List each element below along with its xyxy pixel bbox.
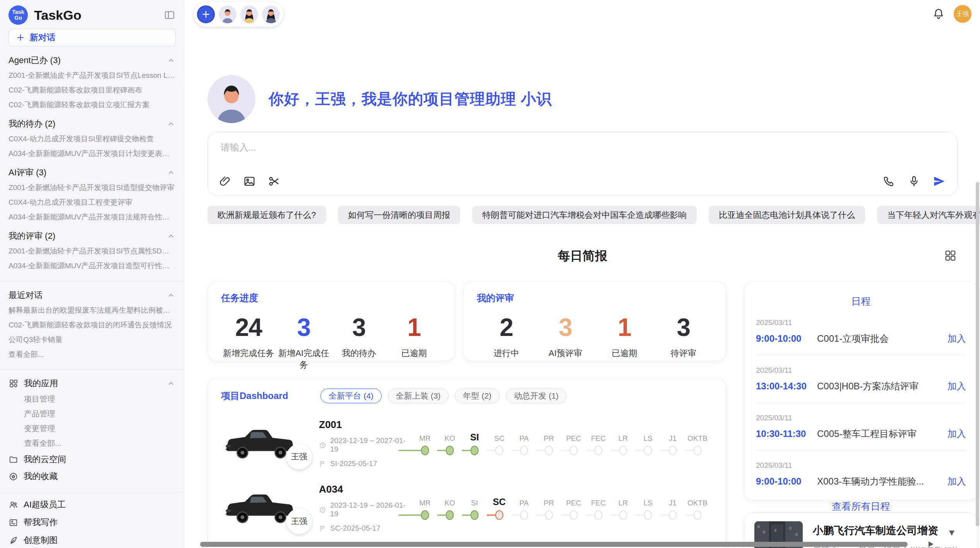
sidebar-task-item[interactable]: A034-全新新能源MUV产品开发项目法规符合性评审: [9, 212, 175, 222]
suggestion-chip[interactable]: 比亚迪全固态电池计划具体说了什么: [709, 206, 865, 224]
vertical-scrollbar-thumb[interactable]: [976, 182, 979, 526]
project-owner-badge[interactable]: 王强: [286, 509, 312, 534]
milestone-stop[interactable]: SC: [487, 493, 512, 523]
milestone-stop[interactable]: OKTB: [685, 429, 710, 458]
schedule-join-link[interactable]: 加入: [947, 332, 966, 345]
project-flag-text: SC-2025-05-17: [330, 524, 380, 533]
suggestion-chip[interactable]: 特朗普可能对进口汽车增税会对中国车企造成哪些影响: [472, 206, 697, 224]
milestone-stop[interactable]: KO: [437, 493, 462, 523]
milestone-stop[interactable]: SI: [462, 429, 487, 458]
app-item[interactable]: 产品管理: [24, 409, 175, 419]
sidebar-task-item[interactable]: Z001-全新燃油皮卡产品开发项目SI节点Lesson Learn报告: [9, 70, 175, 80]
project-code[interactable]: Z001: [319, 419, 412, 431]
sidebar-tool-item[interactable]: 帮我写作: [9, 517, 175, 528]
schedule-join-link[interactable]: 加入: [947, 380, 966, 392]
milestone-stop[interactable]: OKTB: [685, 493, 710, 523]
sidebar-task-item[interactable]: Z001-全新燃油轻卡产品开发项目SI造型提交物评审: [9, 183, 175, 193]
sidebar-section-header[interactable]: Agent已办 (3): [9, 55, 175, 66]
apps-view-all-link[interactable]: 查看全部...: [24, 438, 175, 448]
sidebar-section-header[interactable]: AI评审 (3): [9, 167, 175, 178]
milestone-stop[interactable]: PA: [512, 493, 536, 523]
chat-input[interactable]: [221, 141, 944, 168]
schedule-date: 2025/03/11: [756, 461, 966, 470]
dashboard-filter-pill[interactable]: 年型 (2): [455, 389, 500, 403]
recent-conversation-item[interactable]: 公司Q3轻卡销量: [9, 335, 175, 345]
milestone-stop[interactable]: PR: [536, 493, 561, 523]
sidebar-task-item[interactable]: C0X4-动力总成开发项目SI里程碑提交物检查: [9, 134, 175, 144]
suggestion-chip[interactable]: 当下年轻人对汽车外观有怎样的喜好趋势: [877, 206, 980, 224]
view-all-schedule-link[interactable]: 查看所有日程: [756, 500, 966, 513]
project-owner-badge[interactable]: 王强: [286, 444, 312, 469]
suggestion-chip[interactable]: 欧洲新规最近颁布了什么?: [207, 206, 326, 224]
app-item[interactable]: 项目管理: [24, 394, 175, 404]
chevron-up-icon[interactable]: [167, 291, 175, 300]
layout-grid-icon[interactable]: [944, 249, 957, 262]
milestone-stop[interactable]: MR: [413, 429, 437, 458]
sidebar-task-item[interactable]: C02-飞腾新能源轻客改款项目立项汇报方案: [9, 100, 175, 110]
sidebar-task-item[interactable]: A034-全新新能源MUV产品开发项目造型可行性评审: [9, 261, 175, 271]
schedule-list: 2025/03/119:00-10:00C001-立项审批会加入2025/03/…: [756, 319, 966, 488]
task-progress-title: 任务进度: [221, 292, 442, 304]
sidebar-item-my-apps[interactable]: 我的应用: [9, 378, 175, 389]
image-upload-icon[interactable]: [243, 175, 256, 188]
project-code[interactable]: A034: [319, 483, 412, 495]
sidebar-tool-item[interactable]: AI超级员工: [9, 499, 175, 510]
attachment-icon[interactable]: [219, 175, 231, 188]
recent-conversation-item[interactable]: 解释最新出台的欧盟报废车法规再生塑料比例被调至15%...: [9, 305, 175, 315]
sidebar-task-item[interactable]: C0X4-动力总成开发项目工程变更评审: [9, 197, 175, 207]
main-area: 王强 你好，王强，我是你的项目管理助理 小识 欧洲新规最近颁布了什么?如何写一份…: [184, 0, 980, 548]
sidebar-item-star-badge[interactable]: 我的收藏: [9, 471, 175, 482]
sidebar-task-item[interactable]: C02-飞腾新能源轻客改款项目里程碑画布: [9, 85, 175, 95]
schedule-join-link[interactable]: 加入: [947, 475, 966, 488]
dashboard-filter-pill[interactable]: 全新上装 (3): [388, 389, 449, 403]
recent-conversation-item[interactable]: C02-飞腾新能源轻客改款项目的闭环通告反馈情况: [9, 320, 175, 330]
milestone-stop[interactable]: LR: [611, 493, 636, 523]
milestone-stop[interactable]: MR: [413, 493, 437, 523]
sidebar-section-header[interactable]: 我的待办 (2): [9, 118, 175, 129]
new-chat-button[interactable]: 新对话: [9, 29, 176, 46]
milestone-stop[interactable]: J1: [660, 493, 685, 523]
milestone-stop[interactable]: PA: [512, 429, 536, 458]
milestone-stop[interactable]: LS: [636, 429, 660, 458]
milestone-dot: [520, 510, 528, 520]
stat-value: 24: [221, 314, 276, 341]
horizontal-scrollbar-thumb[interactable]: [200, 542, 908, 547]
voice-call-icon[interactable]: [882, 175, 895, 188]
scroll-right-arrow-icon[interactable]: [929, 541, 934, 547]
task-progress-card: 任务进度 24新增完成任务3新增AI完成任务3我的待办1已逾期: [207, 281, 455, 361]
milestone-stop[interactable]: LR: [611, 429, 636, 458]
milestone-stop[interactable]: FEC: [586, 429, 611, 458]
dashboard-filter-pill[interactable]: 全新平台 (4): [320, 389, 382, 403]
sidebar-task-item[interactable]: A034-全新新能源MUV产品开发项目计划变更表编写: [9, 149, 175, 159]
milestone-stop[interactable]: SC: [487, 429, 512, 458]
milestone-stop[interactable]: PR: [536, 429, 561, 458]
recent-view-all-link[interactable]: 查看全部...: [9, 349, 175, 360]
recent-section-header[interactable]: 最近对话: [9, 290, 175, 301]
briefing-title: 每日简报: [207, 248, 958, 264]
schedule-join-link[interactable]: 加入: [947, 428, 966, 440]
send-icon[interactable]: [933, 175, 946, 188]
milestone-stop[interactable]: J1: [660, 429, 685, 458]
assistant-avatar: [207, 75, 255, 123]
screenshot-scissors-icon[interactable]: [267, 175, 280, 188]
app-item[interactable]: 变更管理: [24, 423, 175, 433]
milestone-stop[interactable]: FEC: [586, 493, 611, 523]
sidebar-task-item[interactable]: Z001-全新燃油轻卡产品开发项目SI节点属性5D文件评审: [9, 246, 175, 256]
chevron-up-icon[interactable]: [167, 379, 175, 388]
milestone-stop[interactable]: SI: [462, 493, 487, 523]
milestone-dot: [694, 510, 702, 520]
sidebar-item-folder[interactable]: 我的云空间: [9, 454, 175, 465]
sidebar-section-header[interactable]: 我的评审 (2): [9, 231, 175, 241]
suggestion-chip[interactable]: 如何写一份清晰的项目周报: [338, 206, 460, 224]
dashboard-filter-pill[interactable]: 动总开发 (1): [506, 389, 567, 403]
milestone-stop[interactable]: PEC: [561, 493, 586, 523]
sidebar-item-label: 我的收藏: [24, 471, 58, 482]
scroll-down-arrow-icon[interactable]: [949, 531, 954, 536]
collapse-sidebar-icon[interactable]: [164, 9, 175, 21]
milestone-label: J1: [660, 429, 685, 443]
microphone-icon[interactable]: [908, 175, 920, 188]
sidebar-tool-item[interactable]: 创意制图: [9, 534, 175, 546]
milestone-stop[interactable]: PEC: [561, 429, 586, 458]
milestone-stop[interactable]: LS: [636, 493, 660, 523]
milestone-stop[interactable]: KO: [437, 429, 462, 458]
